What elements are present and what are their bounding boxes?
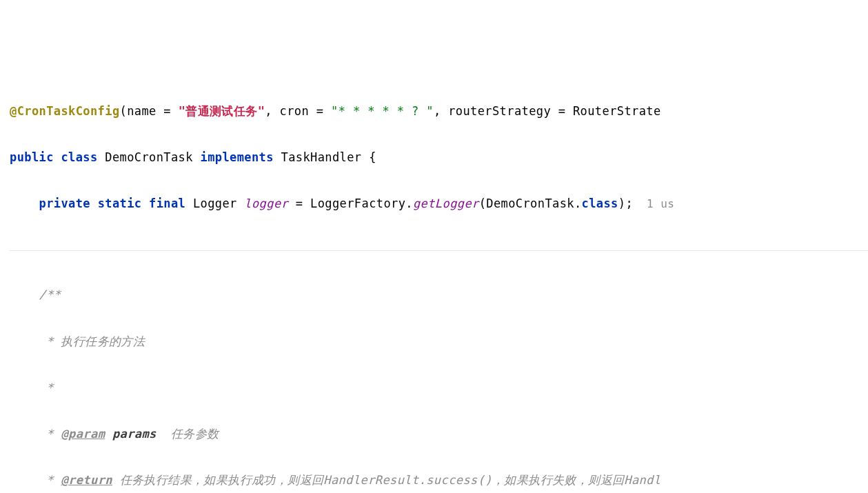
keyword: class <box>582 197 618 210</box>
doc-line[interactable]: * 执行任务的方法 <box>10 330 868 354</box>
code-line-1[interactable]: @CronTaskConfig(name = "普通测试任务", cron = … <box>10 100 868 123</box>
string-literal: "普通测试任务" <box>179 104 265 118</box>
doc-line[interactable]: * @return 任务执行结果，如果执行成功，则返回HandlerResult… <box>10 469 868 492</box>
doc-line[interactable]: * <box>10 376 868 400</box>
text: 任务执行结果，如果执行成功，则返回HandlerResult.success()… <box>112 473 661 487</box>
doc-tag: @return <box>61 473 112 487</box>
class-name: DemoCronTask <box>98 150 201 164</box>
code-line-3[interactable]: private static final Logger logger = Log… <box>10 192 868 216</box>
type: Logger <box>185 197 244 210</box>
doc-line[interactable]: * @param params 任务参数 <box>10 423 868 446</box>
text: (DemoCronTask. <box>479 197 582 210</box>
text: (name = <box>120 104 179 118</box>
doc-tag: @param <box>61 427 105 441</box>
usages-inlay[interactable]: 1 us <box>633 197 674 210</box>
code-line-2[interactable]: public class DemoCronTask implements Tas… <box>10 146 868 170</box>
doc-line[interactable]: /** <box>10 283 868 307</box>
static-method: getLogger <box>413 197 479 210</box>
text: 任务参数 <box>157 427 219 441</box>
keyword: public class <box>10 150 98 164</box>
static-field: logger <box>244 197 288 210</box>
text: * <box>10 473 61 487</box>
text: , cron = <box>265 104 331 118</box>
doc-param: params <box>105 427 156 441</box>
method-separator <box>10 250 868 251</box>
text: ); <box>618 197 633 210</box>
text: , routerStrategy = RouterStrate <box>434 104 661 118</box>
keyword: implements <box>201 150 274 164</box>
interface-name: TaskHandler { <box>274 150 376 164</box>
text: * <box>10 427 61 441</box>
keyword: private static final <box>39 197 186 210</box>
string-literal: "* * * * * ? " <box>331 104 434 118</box>
text: = LoggerFactory. <box>288 197 413 210</box>
annotation: @CronTaskConfig <box>10 104 120 118</box>
